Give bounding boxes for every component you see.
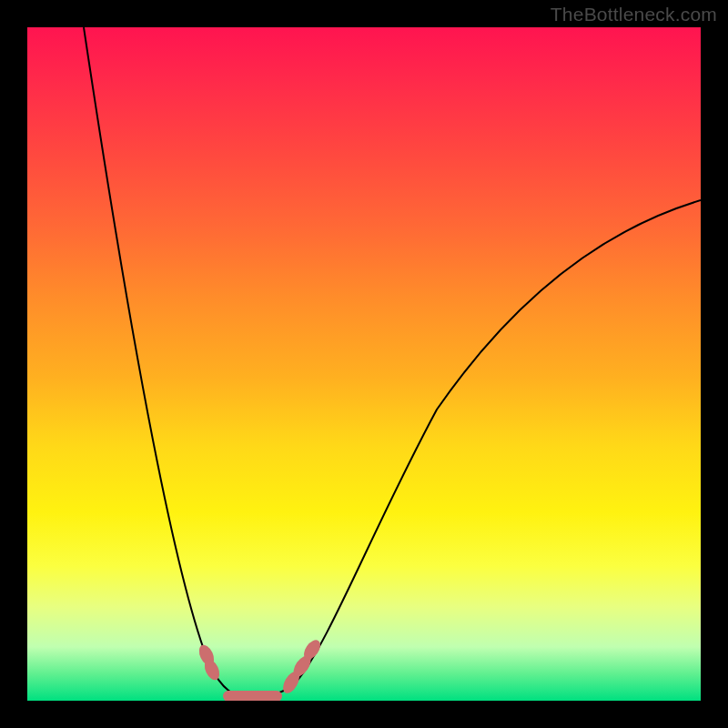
plot-area: [27, 27, 701, 701]
marker-group: [197, 637, 324, 701]
chart-svg: [27, 27, 701, 701]
watermark-text: TheBottleneck.com: [551, 4, 717, 25]
bottleneck-curve: [84, 27, 701, 696]
marker-bottom-bar: [223, 691, 282, 701]
